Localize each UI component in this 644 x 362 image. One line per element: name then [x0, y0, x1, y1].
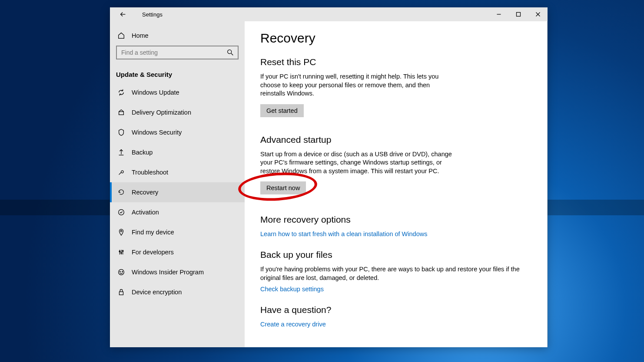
sidebar-item-windows-security[interactable]: Windows Security	[110, 122, 245, 142]
sidebar-home-label: Home	[132, 32, 149, 39]
svg-point-22	[122, 271, 123, 272]
window-title: Settings	[142, 11, 163, 18]
sidebar-item-for-developers[interactable]: For developers	[110, 242, 245, 262]
svg-point-20	[119, 270, 124, 275]
backup-heading: Back up your files	[260, 250, 531, 260]
shield-icon	[117, 128, 126, 136]
sidebar-home[interactable]: Home	[110, 26, 245, 46]
svg-line-9	[121, 110, 123, 112]
sidebar: Home Update & Security Windows Update De…	[110, 21, 245, 347]
wrench-icon	[117, 168, 126, 176]
svg-point-21	[120, 271, 120, 272]
check-circle-icon	[117, 208, 126, 216]
sidebar-item-label: Find my device	[132, 229, 174, 236]
sidebar-item-label: Activation	[132, 209, 159, 216]
question-heading: Have a question?	[260, 305, 531, 315]
sidebar-item-device-encryption[interactable]: Device encryption	[110, 282, 245, 302]
location-icon	[117, 228, 126, 236]
delivery-icon	[117, 109, 126, 116]
sidebar-item-backup[interactable]: Backup	[110, 142, 245, 162]
reset-heading: Reset this PC	[260, 57, 531, 67]
page-title: Recovery	[260, 31, 531, 46]
sidebar-item-label: Troubleshoot	[132, 169, 168, 176]
restart-now-button[interactable]: Restart now	[260, 181, 306, 194]
create-recovery-drive-link[interactable]: Create a recovery drive	[260, 321, 326, 328]
sidebar-item-label: Backup	[132, 149, 153, 156]
sync-icon	[117, 89, 126, 96]
reset-description: If your PC isn't running well, resetting…	[260, 72, 456, 98]
sidebar-item-troubleshoot[interactable]: Troubleshoot	[110, 162, 245, 182]
sidebar-item-windows-update[interactable]: Windows Update	[110, 82, 245, 102]
backup-settings-link[interactable]: Check backup settings	[260, 286, 324, 293]
fresh-start-link[interactable]: Learn how to start fresh with a clean in…	[260, 230, 427, 237]
sidebar-item-label: Windows Security	[132, 129, 182, 136]
sidebar-section-heading: Update & Security	[110, 64, 245, 82]
settings-window: Settings Home	[110, 7, 548, 347]
sidebar-item-label: Windows Insider Program	[132, 269, 204, 276]
sidebar-item-label: Windows Update	[132, 89, 179, 96]
back-button[interactable]	[117, 8, 129, 20]
lock-icon	[117, 288, 126, 296]
svg-rect-2	[516, 13, 520, 16]
recovery-icon	[117, 188, 126, 196]
svg-line-8	[119, 110, 121, 112]
svg-rect-23	[120, 292, 123, 295]
sidebar-item-label: Device encryption	[132, 289, 182, 296]
get-started-button[interactable]: Get started	[260, 104, 304, 117]
sidebar-item-delivery-optimization[interactable]: Delivery Optimization	[110, 102, 245, 122]
svg-point-12	[119, 210, 124, 215]
svg-rect-7	[119, 112, 124, 115]
svg-point-13	[120, 230, 122, 232]
minimize-button[interactable]	[489, 7, 508, 21]
backup-description: If you're having problems with your PC, …	[260, 265, 531, 282]
developers-icon	[117, 248, 126, 256]
advanced-startup-heading: Advanced startup	[260, 135, 531, 145]
titlebar: Settings	[110, 7, 548, 21]
sidebar-item-find-my-device[interactable]: Find my device	[110, 222, 245, 242]
insider-icon	[117, 268, 126, 276]
sidebar-item-recovery[interactable]: Recovery	[110, 182, 245, 202]
advanced-startup-description: Start up from a device or disc (such as …	[260, 150, 456, 176]
home-icon	[117, 32, 126, 39]
sidebar-item-insider-program[interactable]: Windows Insider Program	[110, 262, 245, 282]
sidebar-item-label: Recovery	[132, 189, 158, 196]
sidebar-item-label: For developers	[132, 249, 174, 256]
backup-icon	[117, 148, 126, 156]
search-input[interactable]	[116, 46, 239, 59]
content-pane: Recovery Reset this PC If your PC isn't …	[245, 21, 548, 347]
more-recovery-heading: More recovery options	[260, 214, 531, 225]
maximize-button[interactable]	[508, 7, 528, 21]
sidebar-item-label: Delivery Optimization	[132, 109, 191, 116]
close-button[interactable]	[528, 7, 548, 21]
sidebar-item-activation[interactable]: Activation	[110, 202, 245, 222]
